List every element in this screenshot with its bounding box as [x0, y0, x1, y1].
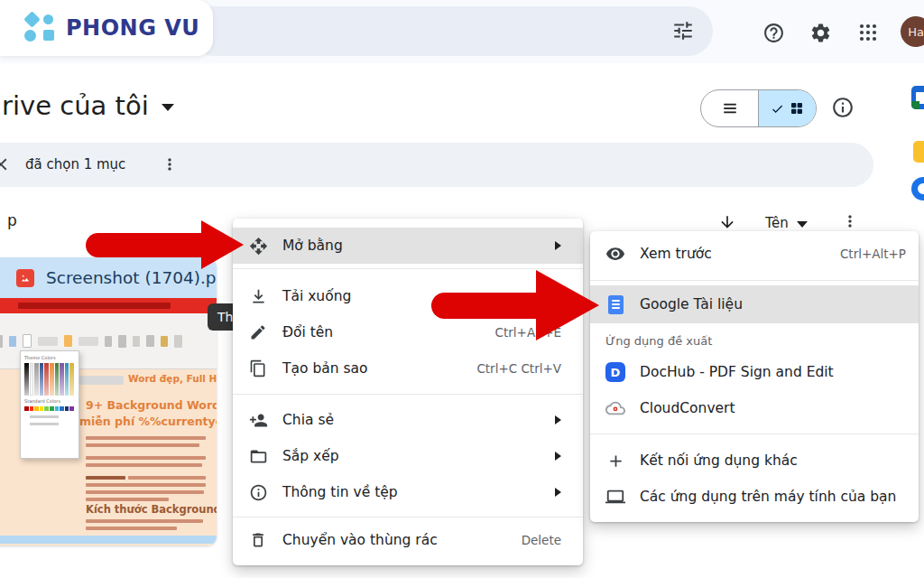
info-icon[interactable]	[831, 96, 855, 119]
file-card-header: Screenshot (1704).png	[0, 257, 217, 298]
thumb-tooltip-tag	[77, 376, 124, 385]
palette-subtitle: Standard Colors	[24, 398, 75, 405]
selection-count-label: đã chọn 1 mục	[25, 156, 125, 172]
sort-by-name[interactable]: Tên	[765, 215, 808, 231]
submenu-item-cloudconvert[interactable]: CloudConvert	[590, 390, 919, 426]
thumb-color-palette: Theme Colors Standard Colors	[20, 350, 79, 459]
file-name: Screenshot (1704).png	[46, 268, 217, 287]
calendar-icon[interactable]	[911, 86, 924, 109]
close-icon[interactable]	[0, 154, 11, 174]
thumb-title-line1: 9+ Background Word đẹp, Full HD,	[86, 398, 217, 412]
brand-name: PHONG VU	[66, 15, 199, 41]
image-file-icon	[16, 269, 34, 287]
info-icon	[248, 483, 268, 502]
thumb-subheading: Kích thước Background Word đẹp	[86, 503, 217, 516]
menu-divider	[590, 280, 919, 281]
page-title-text: rive của tôi	[2, 90, 149, 121]
share-person-add-icon	[248, 411, 268, 430]
preview-eye-icon	[605, 244, 625, 264]
page-title[interactable]: rive của tôi	[2, 90, 174, 121]
menu-item-make-copy[interactable]: Tạo bản sao Ctrl+C Ctrl+V	[233, 350, 583, 387]
shortcut-label: Delete	[522, 533, 561, 547]
view-toggle	[700, 89, 817, 127]
shortcut-label: Ctrl+Alt+P	[840, 247, 906, 261]
thumb-red-banner	[0, 298, 217, 313]
rename-pencil-icon	[248, 323, 268, 341]
open-with-icon	[248, 237, 268, 256]
menu-divider	[233, 394, 583, 395]
palette-title: Theme Colors	[24, 355, 75, 361]
submenu-arrow-icon	[555, 415, 561, 424]
shortcut-label: Ctrl+C Ctrl+V	[476, 361, 561, 376]
menu-item-share[interactable]: Chia sẻ	[233, 402, 583, 438]
menu-item-organize[interactable]: Sắp xếp	[233, 438, 583, 474]
file-card[interactable]: Screenshot (1704).png Word đẹp, Full HD,…	[0, 257, 217, 545]
submenu-item-connect-apps[interactable]: Kết nối ứng dụng khác	[590, 443, 919, 479]
sort-direction-icon[interactable]	[718, 213, 736, 231]
menu-item-open-with[interactable]: Mở bằng	[233, 228, 583, 264]
submenu-arrow-icon	[555, 241, 561, 250]
suggested-apps-label: Ứng dụng đề xuất	[605, 334, 712, 348]
file-thumbnail: Word đẹp, Full HD, miễn 9+ Background Wo…	[0, 298, 217, 545]
selection-toolbar: đã chọn 1 mục	[0, 143, 873, 187]
more-actions-icon[interactable]	[161, 155, 179, 173]
open-with-submenu: Xem trước Ctrl+Alt+P Google Tài liệu Ứng…	[590, 231, 919, 522]
dochub-icon: D	[605, 362, 625, 382]
cloudconvert-icon	[605, 398, 625, 418]
download-icon	[248, 287, 268, 306]
chevron-down-icon	[162, 104, 174, 111]
submenu-arrow-icon	[555, 488, 561, 497]
menu-divider	[590, 434, 919, 434]
menu-item-rename[interactable]: Đổi tên Ctrl+Alt+E	[233, 314, 583, 350]
search-input[interactable]	[189, 6, 713, 56]
submenu-item-google-docs[interactable]: Google Tài liệu	[590, 285, 919, 323]
menu-divider	[233, 517, 583, 517]
menu-divider	[233, 268, 583, 269]
menu-item-move-to-trash[interactable]: Chuyển vào thùng rác Delete	[233, 522, 583, 558]
chevron-down-icon	[797, 221, 808, 228]
grid-view-button-selected[interactable]	[759, 90, 816, 126]
trash-icon	[248, 531, 268, 549]
top-bar: PHONG VU Ha	[0, 0, 924, 63]
thumb-title-line2: miễn phí %%currentyear%%	[79, 415, 217, 428]
submenu-item-desktop-apps[interactable]: Các ứng dụng trên máy tính của bạn	[590, 479, 919, 515]
keep-icon[interactable]	[913, 141, 924, 163]
sort-label-text: Tên	[765, 215, 789, 231]
help-icon[interactable]	[762, 22, 785, 44]
phongvu-logo: PHONG VU	[0, 0, 213, 56]
thumb-selection-strip	[0, 536, 217, 544]
avatar[interactable]: Ha	[901, 16, 924, 47]
phongvu-logo-icon	[23, 12, 56, 44]
grid-view-icon	[790, 101, 804, 116]
list-view-button[interactable]	[701, 90, 758, 126]
list-more-icon[interactable]	[841, 212, 859, 230]
thumb-heading-fragment: Word đẹp, Full HD, miễn	[128, 373, 217, 384]
plus-icon	[605, 452, 625, 471]
google-docs-icon	[605, 295, 625, 314]
menu-item-file-info[interactable]: Thông tin về tệp	[233, 474, 583, 510]
tasks-icon[interactable]	[911, 177, 924, 200]
check-icon	[771, 102, 784, 116]
copy-icon	[248, 359, 268, 378]
settings-gear-icon[interactable]	[809, 22, 832, 44]
folder-icon	[248, 447, 268, 466]
partial-text: p	[7, 211, 17, 229]
submenu-item-dochub[interactable]: D DocHub - PDF Sign and Edit	[590, 354, 919, 390]
search-options-tune-icon[interactable]	[671, 19, 695, 42]
google-apps-grid-icon[interactable]	[857, 22, 879, 43]
submenu-item-preview[interactable]: Xem trước Ctrl+Alt+P	[590, 236, 919, 272]
laptop-icon	[605, 487, 625, 507]
submenu-arrow-icon	[555, 452, 561, 461]
context-menu: Mở bằng Tải xuống Đổi tên Ctrl+Alt+E Tạo…	[233, 219, 583, 565]
